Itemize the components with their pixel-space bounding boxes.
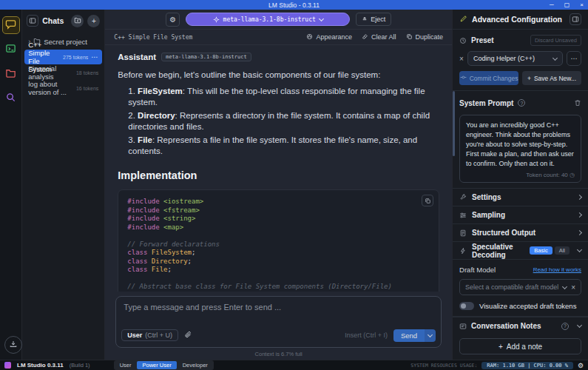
model-settings-button[interactable]: ⚙ [166, 13, 180, 27]
all-pill[interactable]: All [555, 246, 570, 255]
preset-selected-value: Coding Helper (C++) [473, 55, 550, 62]
downloads-button[interactable] [4, 336, 22, 354]
code-line: class FileSystemComponent { [127, 292, 430, 292]
message-input[interactable] [116, 297, 441, 329]
config-header: Advanced Configuration [453, 10, 588, 30]
clear-preset-icon[interactable]: × [459, 55, 464, 63]
new-chat-button[interactable]: + [87, 15, 100, 27]
message-area[interactable]: Assistant meta-llama-3.1-8b-instruct Bef… [105, 45, 452, 292]
commit-changes-button[interactable]: Commit Changes [459, 71, 518, 85]
nav-models-button[interactable] [2, 65, 20, 83]
draft-model-placeholder: Select a compatible draft model [465, 283, 558, 291]
sampling-section-header[interactable]: Sampling [453, 206, 588, 224]
scrollbar-thumb[interactable] [453, 91, 455, 156]
system-prompt-editor[interactable]: You are an incredibly good C++ engineer.… [459, 115, 581, 183]
code-line: #include <map> [127, 223, 430, 232]
user-role-button[interactable]: User (Ctrl + U) [121, 329, 178, 341]
maximize-icon[interactable]: ▢ [564, 0, 570, 10]
lightning-icon [459, 247, 467, 255]
preset-select[interactable]: Coding Helper (C++) [467, 51, 563, 66]
attach-file-button[interactable] [184, 329, 192, 342]
search-icon [5, 92, 16, 106]
chevron-down-icon [577, 323, 582, 328]
nav-chat-button[interactable] [2, 16, 20, 34]
delete-system-prompt-button[interactable] [574, 96, 581, 110]
user-role-label: User [127, 332, 142, 339]
app-body: Chats + › Secret project C++ Simple File… [0, 10, 588, 360]
conversation-notes-label: Conversation Notes [471, 322, 557, 330]
close-icon[interactable]: × [580, 0, 584, 10]
clear-all-button[interactable]: Clear All [362, 33, 396, 41]
draft-model-label: Draft Model [459, 266, 533, 274]
send-options-caret[interactable] [425, 329, 436, 342]
eject-model-button[interactable]: Eject [356, 13, 391, 26]
basic-pill[interactable]: Basic [530, 246, 552, 255]
code-line: class File; [127, 266, 430, 275]
chevron-right-icon [577, 230, 582, 235]
loaded-model-selector[interactable]: meta-llama-3.1-8b-instruct [186, 13, 350, 26]
chat-item-log-about-version[interactable]: log about version of ... 16 tokens [24, 81, 102, 95]
collapse-sidebar-button[interactable] [27, 15, 38, 27]
system-prompt-section: System Prompt ? You are an incredibly go… [453, 91, 588, 189]
visualize-tokens-toggle[interactable] [459, 302, 474, 310]
duplicate-button[interactable]: Duplicate [406, 33, 444, 41]
gear-icon[interactable]: ⚙ [578, 362, 584, 369]
insert-shortcut-label: Insert (Ctrl + I) [345, 332, 388, 339]
nav-developer-button[interactable] [2, 41, 20, 58]
send-label: Send [393, 329, 425, 342]
resources-usage-value[interactable]: RAM: 1.10 GB | CPU: 0.00 % [481, 362, 573, 369]
appearance-label: Appearance [316, 33, 352, 41]
nav-discover-button[interactable] [2, 90, 20, 107]
minimize-icon[interactable]: ─ [550, 0, 554, 10]
speculative-decoding-section-header[interactable]: Speculative Decoding Basic All [453, 242, 588, 260]
lm-studio-window: LM Studio - 0.3.11 ─ ▢ × [0, 0, 588, 370]
pencil-icon [459, 13, 467, 26]
collapse-panel-button[interactable] [570, 13, 581, 25]
wrench-icon [459, 194, 467, 201]
preset-more-button[interactable]: ⋯ [567, 51, 581, 66]
code-line: class Directory; [127, 258, 430, 266]
trash-icon [574, 96, 581, 110]
lm-studio-logo-icon [4, 362, 11, 369]
discard-unsaved-button[interactable]: Discard Unsaved [530, 35, 581, 46]
code-line: // Abstract base class for File System c… [127, 283, 430, 292]
assistant-role-label: Assistant [118, 53, 156, 61]
draft-model-select[interactable]: Select a compatible draft model × [459, 279, 581, 295]
save-as-new-label: Save As New... [534, 75, 576, 82]
save-as-new-button[interactable]: + Save As New... [522, 71, 581, 85]
conversation-header: C++ Simple File System Appearance Clear … [105, 30, 452, 45]
copy-code-button[interactable] [422, 195, 433, 206]
conversation-title: C++ Simple File System [114, 34, 192, 41]
appearance-button[interactable]: Appearance [306, 33, 352, 41]
mode-developer[interactable]: Developer [178, 361, 213, 369]
build-label: (Build 1) [70, 362, 90, 369]
add-note-button[interactable]: + Add a note [459, 338, 581, 354]
code-line: // Forward declarations [127, 240, 430, 249]
folder-plus-icon [74, 16, 81, 25]
settings-section-header[interactable]: Settings [453, 189, 588, 206]
clear-draft-model-icon[interactable]: × [571, 283, 575, 292]
send-button[interactable]: Send [393, 329, 436, 342]
mode-power-user[interactable]: Power User [137, 361, 176, 369]
help-icon[interactable]: ? [518, 99, 525, 107]
new-folder-button[interactable] [71, 15, 84, 27]
visualize-tokens-label: Visualize accepted draft tokens [479, 302, 576, 310]
system-prompt-text: You are an incredibly good C++ engineer.… [466, 121, 575, 169]
code-line: #include <iostream> [127, 198, 430, 206]
download-icon [9, 338, 18, 352]
help-icon[interactable]: ? [561, 323, 569, 330]
mode-user[interactable]: User [115, 361, 137, 369]
conversation-notes-header[interactable]: Conversation Notes ? [453, 317, 588, 334]
chat-item-label: log about version of ... [28, 80, 73, 96]
system-prompt-token-count: Token count: 40 ◷ [466, 172, 575, 178]
chat-options-icon[interactable]: ⋯ [91, 53, 98, 61]
chat-item-cpp-simple-file-system[interactable]: C++ Simple File System 275 tokens ⋯ [24, 50, 102, 64]
preset-label: Preset [471, 36, 494, 44]
model-bar: ⚙ meta-llama-3.1-8b-instruct Eject [105, 10, 452, 30]
chat-item-financial-analysis[interactable]: Financial analysis 18 tokens [24, 65, 102, 80]
loaded-model-name: meta-llama-3.1-8b-instruct [223, 16, 316, 23]
read-how-it-works-link[interactable]: Read how it works [533, 266, 581, 273]
structured-output-section-header[interactable]: Structured Output [453, 224, 588, 242]
chat-token-count: 18 tokens [76, 70, 98, 75]
code-line: #include <string> [127, 215, 430, 223]
